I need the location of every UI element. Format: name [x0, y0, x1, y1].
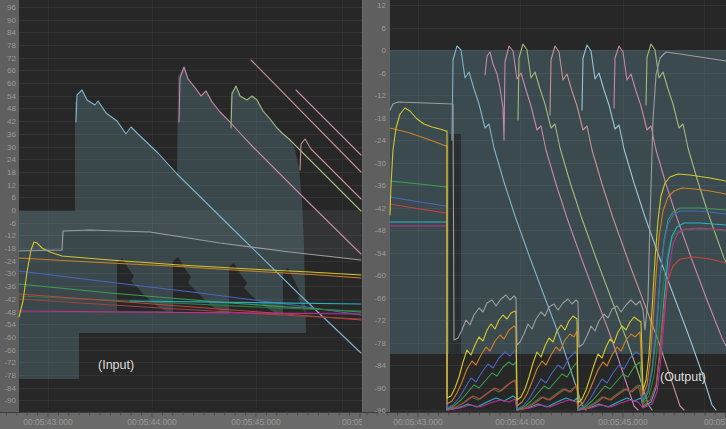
y-tick-label: 18 — [7, 168, 16, 177]
time-tick-label: 00:05:45.000 — [598, 417, 648, 427]
y-tick-label: -36 — [374, 181, 386, 190]
input-panel-label: (Input) — [98, 358, 134, 372]
time-tick-label: 00:05:44.000 — [495, 417, 545, 427]
input-panel: 96908478726660544842363024181260-6-12-18… — [0, 0, 362, 412]
y-tick-label: 30 — [7, 143, 16, 152]
y-tick-label: -60 — [4, 333, 16, 342]
output-panel: 1260-6-12-18-24-30-36-42-48-54-60-66-72-… — [363, 0, 726, 415]
y-tick-label: -72 — [4, 358, 16, 367]
y-tick-label: -78 — [374, 339, 386, 348]
time-tick-label: 00:05 — [342, 417, 364, 427]
y-tick-label: -84 — [374, 361, 386, 370]
y-tick-label: -96 — [374, 406, 386, 415]
y-tick-label: -24 — [374, 136, 386, 145]
y-tick-label: -54 — [4, 320, 16, 329]
y-tick-label: -18 — [374, 114, 386, 123]
y-tick-label: 90 — [7, 16, 16, 25]
y-tick-label: -48 — [374, 226, 386, 235]
y-tick-label: -66 — [374, 294, 386, 303]
dual-meter-display: 96908478726660544842363024181260-6-12-18… — [0, 0, 726, 429]
y-tick-label: 84 — [7, 28, 16, 37]
y-tick-label: 42 — [7, 117, 16, 126]
y-tick-label: -18 — [4, 244, 16, 253]
y-tick-label: 6 — [382, 24, 387, 33]
y-tick-label: -6 — [9, 219, 17, 228]
y-tick-label: 66 — [7, 66, 16, 75]
y-tick-label: 48 — [7, 104, 16, 113]
y-tick-label: 0 — [12, 206, 17, 215]
y-tick-label: -42 — [374, 204, 386, 213]
meter-scene: 96908478726660544842363024181260-6-12-18… — [0, 0, 726, 429]
y-tick-label: -42 — [4, 295, 16, 304]
y-tick-label: -12 — [4, 231, 16, 240]
y-tick-label: 36 — [7, 130, 16, 139]
y-tick-label: -54 — [374, 249, 386, 258]
y-tick-label: -24 — [4, 257, 16, 266]
y-tick-label: 78 — [7, 41, 16, 50]
y-tick-label: -30 — [4, 269, 16, 278]
y-tick-label: -60 — [374, 271, 386, 280]
y-tick-label: -36 — [4, 282, 16, 291]
y-tick-label: 60 — [7, 79, 16, 88]
y-tick-label: 12 — [7, 181, 16, 190]
y-tick-label: 24 — [7, 155, 16, 164]
y-tick-label: -90 — [374, 384, 386, 393]
y-tick-label: -30 — [374, 159, 386, 168]
y-tick-label: -6 — [379, 69, 387, 78]
time-tick-label: 00:05:43.000 — [23, 417, 73, 427]
y-tick-label: 12 — [377, 1, 386, 10]
time-tick-label: 00:05: — [704, 417, 726, 427]
y-tick-label: -48 — [4, 308, 16, 317]
output-panel-label: (Output) — [660, 370, 706, 384]
y-tick-label: -12 — [374, 91, 386, 100]
time-tick-label: 00:05:44.000 — [127, 417, 177, 427]
y-tick-label: -78 — [4, 371, 16, 380]
y-tick-label: -72 — [374, 316, 386, 325]
y-tick-label: 72 — [7, 54, 16, 63]
y-tick-label: 6 — [12, 193, 17, 202]
time-tick-label: 00:05:43.000 — [393, 417, 443, 427]
y-tick-label: 0 — [382, 46, 387, 55]
time-tick-label: 00:05:45.000 — [231, 417, 281, 427]
y-tick-label: -90 — [4, 396, 16, 405]
y-tick-label: 54 — [7, 92, 16, 101]
y-tick-label: -84 — [4, 384, 16, 393]
y-tick-label: 96 — [7, 3, 16, 12]
y-tick-label: -66 — [4, 346, 16, 355]
